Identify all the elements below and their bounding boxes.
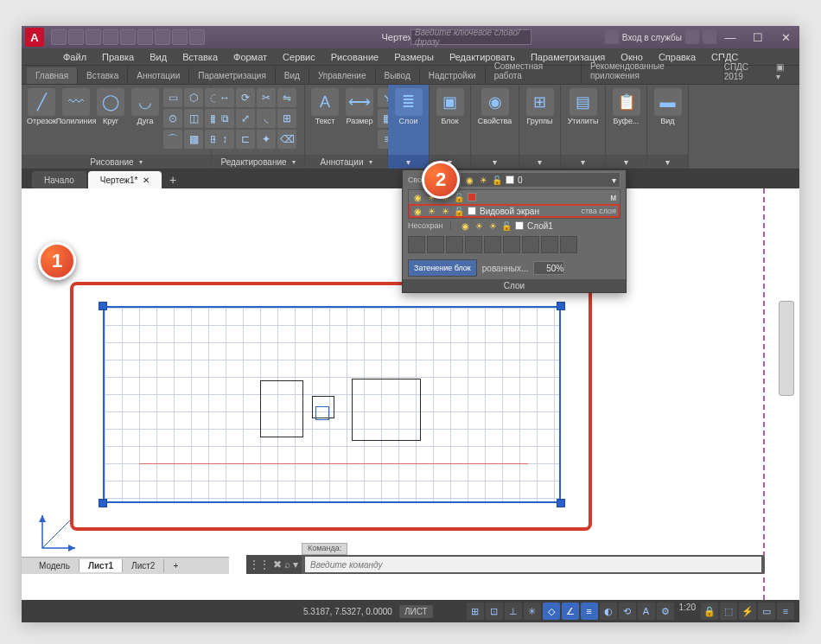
- menu-format[interactable]: Формат: [226, 50, 274, 64]
- qat-redo-icon[interactable]: [172, 29, 188, 45]
- sb-lock-icon[interactable]: 🔒: [701, 603, 718, 620]
- menu-dimension[interactable]: Размеры: [387, 50, 441, 64]
- sb-iso-icon[interactable]: ⬚: [720, 603, 737, 620]
- dimension-button[interactable]: ⟷Размер: [343, 86, 376, 127]
- ribbon-options-icon[interactable]: ▣ ▾: [776, 62, 791, 81]
- tab-add[interactable]: +: [163, 171, 182, 188]
- qat-web-icon[interactable]: [120, 29, 136, 45]
- rotate-icon[interactable]: ⟳: [236, 88, 255, 107]
- sb-osnap-icon[interactable]: ◇: [543, 603, 560, 620]
- scale-icon[interactable]: ⤢: [236, 109, 255, 128]
- array-icon[interactable]: ⊞: [277, 109, 296, 128]
- maximize-button[interactable]: ☐: [744, 26, 772, 48]
- tab-output[interactable]: Вывод: [376, 67, 420, 84]
- signin-label[interactable]: Вход в службы: [622, 33, 682, 42]
- viewport-object[interactable]: [103, 306, 561, 503]
- panel-annotate-label[interactable]: Аннотации: [305, 155, 387, 169]
- sb-otrack-icon[interactable]: ∠: [562, 603, 579, 620]
- qat-plot-icon[interactable]: [137, 29, 153, 45]
- exchange-icon[interactable]: [685, 30, 699, 44]
- tab-addins[interactable]: Надстройки: [420, 67, 486, 84]
- draw-small-8[interactable]: ▩: [184, 130, 203, 149]
- menu-file[interactable]: Файл: [56, 50, 93, 64]
- erase-icon[interactable]: ⌫: [277, 130, 296, 149]
- stretch-icon[interactable]: ↕: [215, 130, 234, 149]
- text-button[interactable]: AТекст: [309, 86, 341, 127]
- panel-utilities[interactable]: ▤Утилиты ▾: [561, 85, 606, 169]
- tab-annotate[interactable]: Аннотации: [128, 67, 189, 84]
- fillet-icon[interactable]: ◟: [257, 109, 276, 128]
- qat-open-icon[interactable]: [68, 29, 84, 45]
- sb-polar-icon[interactable]: ✳: [524, 603, 541, 620]
- grip-tr[interactable]: [557, 302, 565, 310]
- panel-groups[interactable]: ⊞Группы ▾: [519, 85, 561, 169]
- menu-edit[interactable]: Правка: [95, 50, 141, 64]
- sb-clean-icon[interactable]: ▭: [758, 603, 775, 620]
- lt-8[interactable]: [541, 236, 558, 253]
- sb-cycle-icon[interactable]: ⟲: [619, 603, 636, 620]
- sb-lwt-icon[interactable]: ≡: [581, 603, 598, 620]
- shade-percent[interactable]: [533, 261, 564, 275]
- mirror-icon[interactable]: ⇋: [277, 88, 296, 107]
- lt-9[interactable]: [560, 236, 577, 253]
- draw-small-5[interactable]: ◫: [184, 109, 203, 128]
- panel-properties[interactable]: ◉Свойства ▾: [471, 85, 519, 169]
- sb-hardware-icon[interactable]: ⚡: [739, 603, 756, 620]
- qat-save-icon[interactable]: [86, 29, 101, 45]
- command-input[interactable]: [305, 557, 761, 572]
- tab-insert[interactable]: Вставка: [78, 67, 128, 84]
- grip-br[interactable]: [557, 499, 565, 507]
- line-button[interactable]: ╱Отрезок: [25, 86, 58, 127]
- tab-view[interactable]: Вид: [276, 67, 309, 84]
- panel-draw-label[interactable]: Рисование: [22, 155, 211, 169]
- explode-icon[interactable]: ✦: [257, 130, 276, 149]
- polyline-button[interactable]: 〰Полилиния: [60, 86, 92, 127]
- offset-icon[interactable]: ⊏: [236, 130, 255, 149]
- lt-5[interactable]: [484, 236, 501, 253]
- menu-view[interactable]: Вид: [143, 50, 174, 64]
- layer-item-layer1[interactable]: Слой1: [527, 221, 553, 231]
- sb-annovisible-icon[interactable]: ⚙: [657, 603, 674, 620]
- layer-item-viewport[interactable]: ◉☀☀🔓Видовой экранства слоя: [409, 204, 620, 218]
- tab-parametric[interactable]: Параметризация: [189, 67, 276, 84]
- minimize-button[interactable]: —: [716, 26, 744, 48]
- menu-draw[interactable]: Рисование: [324, 50, 385, 64]
- qat-more-icon[interactable]: [189, 29, 205, 45]
- space-indicator[interactable]: ЛИСТ: [399, 605, 433, 618]
- sb-custom-icon[interactable]: ≡: [777, 603, 794, 620]
- layer-combo[interactable]: ◉ ☀ 🔓 0 ▾: [460, 172, 621, 188]
- qat-undo-icon[interactable]: [155, 29, 170, 45]
- copy-icon[interactable]: ⧉: [215, 109, 234, 128]
- panel-clipboard[interactable]: 📋Буфе... ▾: [606, 85, 647, 169]
- tab-drawing1[interactable]: Чертеж1* ✕: [88, 171, 162, 188]
- tab-sheet1[interactable]: Лист1: [80, 559, 123, 572]
- draw-small-7[interactable]: ⌒: [163, 130, 182, 149]
- grip-bl[interactable]: [99, 499, 107, 507]
- sb-scale[interactable]: 1:20: [676, 603, 699, 620]
- app-logo[interactable]: A: [25, 28, 44, 47]
- circle-button[interactable]: ◯Круг: [94, 86, 127, 127]
- menu-tools[interactable]: Сервис: [276, 50, 322, 64]
- panel-view[interactable]: ▬Вид ▾: [647, 85, 689, 169]
- tab-sheet2[interactable]: Лист2: [123, 559, 164, 572]
- sb-snap-icon[interactable]: ⊡: [486, 603, 503, 620]
- sb-annoscale-icon[interactable]: A: [638, 603, 655, 620]
- lt-4[interactable]: [465, 236, 482, 253]
- help-icon[interactable]: [703, 30, 716, 44]
- qat-new-icon[interactable]: [51, 29, 67, 45]
- draw-small-2[interactable]: ⬡: [184, 88, 203, 107]
- tab-spds2019[interactable]: СПДС 2019: [724, 62, 770, 81]
- tab-home[interactable]: Главная: [27, 67, 78, 84]
- lt-7[interactable]: [522, 236, 539, 253]
- command-handle[interactable]: ⋮⋮ ✖ ⌕ ▾: [246, 555, 302, 574]
- panel-layers[interactable]: ≣Слои ▾: [388, 85, 430, 169]
- tab-start[interactable]: Начало: [32, 171, 86, 188]
- tab-featured[interactable]: Рекомендованные приложения: [582, 58, 724, 84]
- lt-2[interactable]: [427, 236, 444, 253]
- move-icon[interactable]: ↔: [215, 88, 234, 107]
- lt-3[interactable]: [446, 236, 463, 253]
- panel-modify-label[interactable]: Редактирование: [212, 155, 304, 169]
- close-button[interactable]: ✕: [772, 26, 799, 48]
- user-icon[interactable]: [605, 30, 619, 44]
- trim-icon[interactable]: ✂: [257, 88, 276, 107]
